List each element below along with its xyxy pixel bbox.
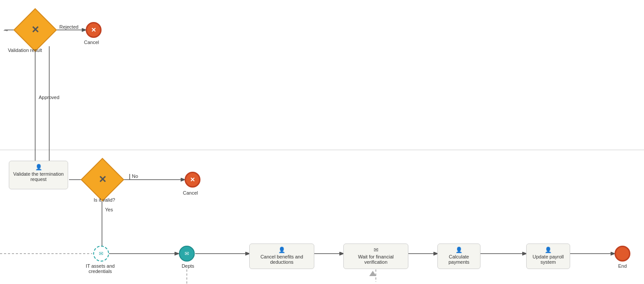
cancel-event-1: ✕ bbox=[86, 22, 102, 38]
it-assets-label: IT assets and credentials bbox=[74, 263, 127, 274]
bpmn-diagram: → ✕ Validation result Rejected ✕ Cancel … bbox=[0, 0, 644, 284]
update-payroll-task: 👤 Update payroll system bbox=[526, 243, 570, 269]
is-valid-label: Is it valid? bbox=[88, 197, 121, 203]
valid-gateway: ✕ bbox=[81, 158, 124, 202]
wait-financial-label: Wait for financial verification bbox=[347, 254, 404, 265]
update-payroll-label: Update payroll system bbox=[530, 254, 566, 265]
depts-label: Depts bbox=[176, 263, 200, 269]
pool-divider bbox=[0, 150, 644, 150]
cancel-benefits-task: 👤 Cancel benefits and deductions bbox=[249, 243, 314, 269]
cancel-benefits-label: Cancel benefits and deductions bbox=[253, 254, 310, 265]
rejected-label: Rejected bbox=[59, 24, 78, 30]
wait-financial-envelope-icon: ✉ bbox=[347, 247, 404, 253]
wait-financial-task: ✉ Wait for financial verification bbox=[343, 243, 408, 269]
yes-label: Yes bbox=[105, 207, 113, 212]
cancel-event-2-label: Cancel bbox=[183, 190, 198, 195]
wait-timer-indicator bbox=[369, 271, 376, 276]
cancel-event-2: ✕ bbox=[185, 172, 200, 188]
calculate-person-icon: 👤 bbox=[441, 247, 477, 253]
no-label: No bbox=[132, 173, 138, 179]
end-event bbox=[615, 246, 630, 262]
calculate-payments-label: Calculate payments bbox=[441, 254, 477, 265]
depts-event: ✉ bbox=[179, 246, 195, 262]
end-label: End bbox=[615, 263, 629, 269]
validate-task-label: Validate the termination request bbox=[13, 171, 64, 182]
validation-gateway: ✕ bbox=[14, 8, 57, 52]
gateway2-x-icon: ✕ bbox=[88, 165, 117, 194]
it-assets-event: ✉ bbox=[93, 246, 109, 262]
validate-person-icon: 👤 bbox=[13, 164, 64, 170]
gateway-x-icon: ✕ bbox=[21, 15, 50, 44]
validation-result-label: Validation result bbox=[8, 48, 42, 53]
cancel-event-1-label: Cancel bbox=[84, 40, 99, 45]
cancel-benefits-person-icon: 👤 bbox=[253, 247, 310, 253]
validate-task: 👤 Validate the termination request bbox=[9, 161, 68, 189]
update-payroll-person-icon: 👤 bbox=[530, 247, 566, 253]
calculate-payments-task: 👤 Calculate payments bbox=[437, 243, 480, 269]
approved-label: Approved bbox=[39, 95, 59, 100]
start-arrow: → bbox=[2, 26, 9, 34]
